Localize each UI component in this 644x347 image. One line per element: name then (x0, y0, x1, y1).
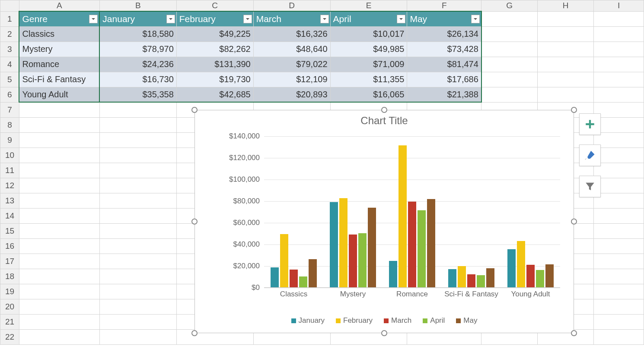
column-header[interactable]: G (481, 0, 538, 12)
cell[interactable] (594, 223, 644, 238)
row-header[interactable]: 22 (0, 329, 19, 344)
bar[interactable] (448, 269, 456, 287)
resize-handle[interactable] (381, 107, 387, 113)
bar[interactable] (280, 234, 288, 287)
legend-item[interactable]: March (384, 316, 411, 325)
filter-dropdown[interactable] (166, 15, 175, 23)
cell[interactable] (481, 57, 538, 72)
resize-handle[interactable] (191, 330, 198, 336)
chart-styles-button[interactable] (579, 145, 601, 166)
row-header[interactable]: 4 (0, 57, 19, 72)
cell[interactable]: February (176, 11, 253, 26)
cell[interactable] (481, 87, 538, 102)
row-header[interactable]: 20 (0, 299, 19, 314)
cell[interactable]: $73,428 (407, 42, 481, 57)
cell[interactable]: Young Adult (19, 87, 99, 102)
bar[interactable] (349, 235, 357, 287)
cell[interactable] (594, 208, 644, 223)
bar[interactable] (507, 249, 516, 287)
cell[interactable] (594, 148, 644, 163)
row-header[interactable]: 18 (0, 269, 19, 284)
cell[interactable] (19, 254, 99, 269)
cell[interactable] (538, 57, 594, 72)
cell[interactable]: $12,109 (253, 72, 330, 87)
cell[interactable] (594, 117, 644, 132)
row-header[interactable]: 15 (0, 223, 19, 238)
cell[interactable] (99, 193, 176, 208)
row-header[interactable]: 3 (0, 42, 19, 57)
cell[interactable] (594, 11, 644, 26)
column-header[interactable]: D (253, 0, 330, 12)
cell[interactable] (19, 178, 99, 193)
cell[interactable] (19, 208, 99, 223)
cell[interactable] (99, 223, 176, 238)
bar[interactable] (368, 208, 376, 287)
cell[interactable]: $71,009 (330, 57, 407, 72)
cell[interactable]: $11,355 (330, 72, 407, 87)
cell[interactable]: $49,985 (330, 42, 407, 57)
cell[interactable]: $49,225 (176, 26, 253, 42)
cell[interactable] (19, 314, 99, 329)
chart-object[interactable]: Chart Title $0$20,000$40,000$60,000$80,0… (194, 110, 574, 333)
cell[interactable]: $81,474 (407, 57, 481, 72)
cell[interactable] (594, 314, 644, 329)
cell[interactable] (99, 178, 176, 193)
select-all-corner[interactable] (0, 0, 19, 12)
cell[interactable] (538, 11, 594, 26)
row-header[interactable]: 19 (0, 284, 19, 299)
bar[interactable] (427, 199, 435, 287)
cell[interactable] (19, 102, 99, 117)
cell[interactable] (99, 284, 176, 299)
cell[interactable] (99, 254, 176, 269)
cell[interactable] (19, 269, 99, 284)
cell[interactable]: $18,580 (99, 26, 176, 42)
legend-item[interactable]: February (336, 316, 373, 325)
bar[interactable] (477, 275, 485, 287)
row-header[interactable]: 5 (0, 72, 19, 87)
cell[interactable] (538, 42, 594, 57)
cell[interactable] (481, 42, 538, 57)
column-header[interactable]: H (538, 0, 594, 12)
cell[interactable] (594, 238, 644, 254)
bar[interactable] (299, 276, 307, 287)
row-header[interactable]: 12 (0, 178, 19, 193)
column-header[interactable]: A (19, 0, 99, 12)
cell[interactable] (481, 72, 538, 87)
bar[interactable] (458, 266, 466, 287)
cell[interactable] (594, 163, 644, 178)
row-header[interactable]: 13 (0, 193, 19, 208)
column-header[interactable]: I (594, 0, 644, 12)
cell[interactable] (538, 72, 594, 87)
cell[interactable]: $19,730 (176, 72, 253, 87)
cell[interactable] (19, 223, 99, 238)
bar[interactable] (545, 264, 554, 287)
cell[interactable]: $20,893 (253, 87, 330, 102)
cell[interactable] (594, 178, 644, 193)
cell[interactable] (19, 193, 99, 208)
row-header[interactable]: 1 (0, 11, 19, 26)
cell[interactable]: January (99, 11, 176, 26)
row-header[interactable]: 8 (0, 117, 19, 132)
cell[interactable] (99, 329, 176, 344)
bar[interactable] (467, 274, 475, 287)
cell[interactable] (19, 329, 99, 344)
cell[interactable] (594, 42, 644, 57)
bar[interactable] (271, 267, 279, 287)
cell[interactable]: $48,640 (253, 42, 330, 57)
cell[interactable] (481, 11, 538, 26)
cell[interactable]: May (407, 11, 481, 26)
bar[interactable] (526, 265, 535, 287)
resize-handle[interactable] (571, 107, 577, 113)
cell[interactable] (99, 314, 176, 329)
cell[interactable]: $79,022 (253, 57, 330, 72)
cell[interactable] (19, 299, 99, 314)
cell[interactable] (594, 57, 644, 72)
legend-item[interactable]: May (456, 316, 477, 325)
cell[interactable]: April (330, 11, 407, 26)
cell[interactable]: $35,358 (99, 87, 176, 102)
filter-dropdown[interactable] (320, 15, 329, 23)
cell[interactable] (594, 102, 644, 117)
bar[interactable] (339, 198, 348, 287)
cell[interactable] (19, 238, 99, 254)
cell[interactable] (594, 269, 644, 284)
